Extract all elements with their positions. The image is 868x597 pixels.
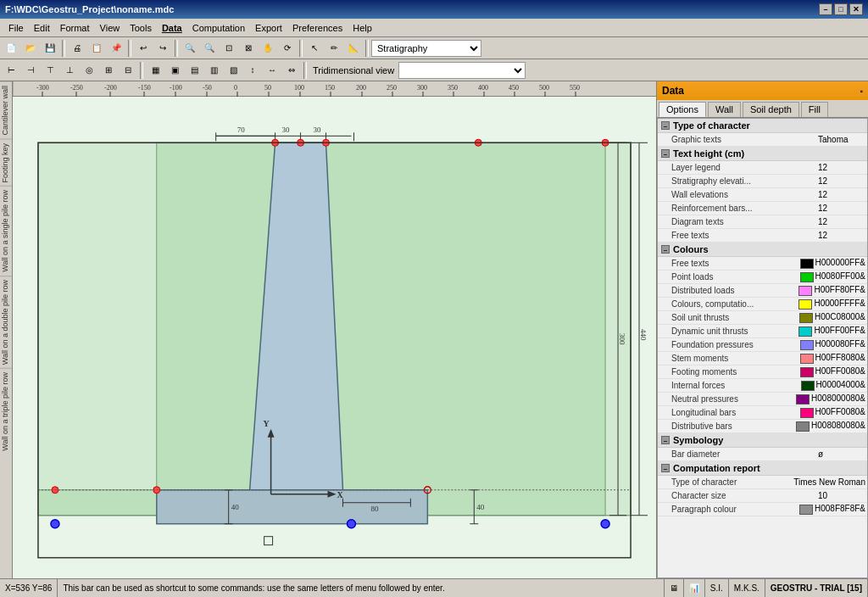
label-soil-unit-thrusts: Soil unit thrusts (671, 313, 796, 322)
view-btn8[interactable]: ⇔ (282, 61, 301, 80)
sep5 (365, 40, 369, 57)
paste-button[interactable]: 📌 (107, 39, 125, 58)
collapse-text-height[interactable]: – (661, 149, 670, 158)
tab-fill[interactable]: Fill (801, 102, 828, 117)
menu-help[interactable]: Help (348, 21, 377, 35)
svg-text:50: 50 (264, 84, 271, 92)
menu-format[interactable]: Format (55, 21, 95, 35)
menu-file[interactable]: File (3, 21, 29, 35)
wall-btn2[interactable]: ⊣ (21, 61, 40, 80)
svg-text:X: X (337, 490, 343, 499)
view-btn5[interactable]: ▧ (224, 61, 242, 80)
wall-btn7[interactable]: ⊟ (119, 61, 137, 80)
view-btn2[interactable]: ▣ (165, 61, 184, 80)
value-dynamic-unit-thrusts: H00FF00FF& (795, 326, 865, 336)
zoom-in-button[interactable]: 🔍 (181, 39, 199, 58)
row-character-size: Character size 10 (658, 489, 867, 503)
undo-button[interactable]: ↩ (134, 39, 153, 58)
collapse-colours[interactable]: – (661, 245, 670, 254)
stratigraphy-select[interactable]: Stratigraphy (371, 40, 481, 57)
svg-text:70: 70 (237, 126, 245, 134)
print-button[interactable]: 🖨 (68, 39, 86, 58)
status-app: GEOSTRU - TRIAL [15] (765, 579, 868, 597)
collapse-type-of-character[interactable]: – (661, 121, 670, 130)
status-icon1: 🖥 (665, 579, 684, 597)
open-button[interactable]: 📂 (21, 39, 40, 58)
main-drawing: 70 30 30 (13, 97, 656, 578)
data-panel-pin[interactable]: ▪ (860, 86, 863, 96)
sidebar-item-footing[interactable]: Footing key (0, 139, 12, 187)
sidebar-item-triple[interactable]: Wall on a triple pile row (0, 368, 12, 455)
canvas-area[interactable]: -300 -250 -200 -150 -100 -50 0 50 100 15… (13, 81, 656, 578)
save-button[interactable]: 💾 (41, 39, 59, 58)
pan-button[interactable]: ✋ (259, 39, 277, 58)
row-footing-moments: Footing moments H00FF0080& (658, 365, 867, 379)
svg-text:40: 40 (231, 503, 239, 511)
main-area: Cantilever wall Footing key Wall on a si… (0, 81, 868, 578)
value-foundation-pressures: H000080FF& (797, 339, 865, 349)
wall-btn1[interactable]: ⊢ (2, 61, 20, 80)
sidebar-item-single[interactable]: Wall on a single pile row (0, 186, 12, 276)
view-btn1[interactable]: ▦ (146, 61, 164, 80)
value-point-loads: H0080FF00& (797, 271, 865, 282)
sidebar-item-double[interactable]: Wall on a double pile row (0, 276, 12, 368)
redo-button[interactable]: ↪ (153, 39, 172, 58)
data-content[interactable]: – Type of character Graphic texts Tahoma… (657, 118, 868, 578)
label-dynamic-unit-thrusts: Dynamic unit thrusts (671, 326, 795, 336)
view-btn4[interactable]: ▥ (204, 61, 223, 80)
menu-preferences[interactable]: Preferences (287, 21, 348, 35)
svg-text:80: 80 (370, 505, 378, 513)
section-computation-report[interactable]: – Computation report (658, 461, 867, 476)
collapse-computation-report[interactable]: – (661, 464, 670, 472)
wall-btn3[interactable]: ⊤ (41, 61, 59, 80)
tridimensional-select[interactable] (398, 62, 526, 79)
view-btn7[interactable]: ↔ (263, 61, 281, 80)
zoom-select-button[interactable]: ⊠ (239, 39, 258, 58)
svg-text:250: 250 (387, 84, 397, 92)
measure-button[interactable]: 📐 (344, 39, 363, 58)
menu-edit[interactable]: Edit (29, 21, 55, 35)
tab-soil-depth[interactable]: Soil depth (743, 102, 799, 117)
canvas-content[interactable]: 70 30 30 (13, 97, 656, 578)
swatch-stem-moments (800, 354, 814, 364)
cursor-button[interactable]: ↖ (305, 39, 324, 58)
section-label-colours: Colours (673, 244, 709, 254)
minimize-button[interactable]: – (819, 3, 832, 15)
zoom-fit-button[interactable]: ⊡ (220, 39, 238, 58)
close-button[interactable]: ✕ (849, 3, 863, 15)
wall-btn4[interactable]: ⊥ (60, 61, 79, 80)
menubar: File Edit Format View Tools Data Computa… (0, 19, 868, 37)
new-button[interactable]: 📄 (2, 39, 20, 58)
copy-button[interactable]: 📋 (87, 39, 106, 58)
value-soil-unit-thrusts: H00C08000& (796, 312, 865, 322)
section-symbology[interactable]: – Symbology (658, 433, 867, 448)
tab-wall[interactable]: Wall (708, 102, 741, 117)
menu-computation[interactable]: Computation (187, 21, 250, 35)
view-btn6[interactable]: ↕ (243, 61, 262, 80)
row-bar-diameter: Bar diameter ø (658, 448, 867, 461)
menu-view[interactable]: View (95, 21, 125, 35)
view-btn3[interactable]: ▤ (185, 61, 203, 80)
svg-point-62 (601, 520, 609, 528)
section-colours[interactable]: – Colours (658, 243, 867, 257)
tab-options[interactable]: Options (659, 102, 706, 117)
value-neutral-pressures: H008000080& (793, 393, 865, 404)
value-stratigraphy: 12 (815, 176, 865, 186)
section-text-height[interactable]: – Text height (cm) (658, 147, 867, 161)
value-footing-moments: H00FF0080& (797, 366, 865, 377)
label-foundation-pressures: Foundation pressures (671, 340, 797, 349)
wall-btn5[interactable]: ◎ (80, 61, 98, 80)
maximize-button[interactable]: □ (834, 3, 848, 15)
row-colours-computation: Colours, computatio... H0000FFFF& (658, 298, 867, 311)
menu-data[interactable]: Data (157, 21, 187, 35)
sidebar-item-cantilever[interactable]: Cantilever wall (0, 81, 12, 139)
label-reinforcement-bars: Reinforcement bars... (671, 204, 815, 213)
wall-btn6[interactable]: ⊞ (99, 61, 118, 80)
draw-button[interactable]: ✏ (325, 39, 343, 58)
menu-export[interactable]: Export (250, 21, 287, 35)
rotate-button[interactable]: ⟳ (278, 39, 297, 58)
menu-tools[interactable]: Tools (125, 21, 157, 35)
section-type-of-character[interactable]: – Type of character (658, 119, 867, 133)
collapse-symbology[interactable]: – (661, 436, 670, 444)
zoom-out-button[interactable]: 🔍 (200, 39, 219, 58)
